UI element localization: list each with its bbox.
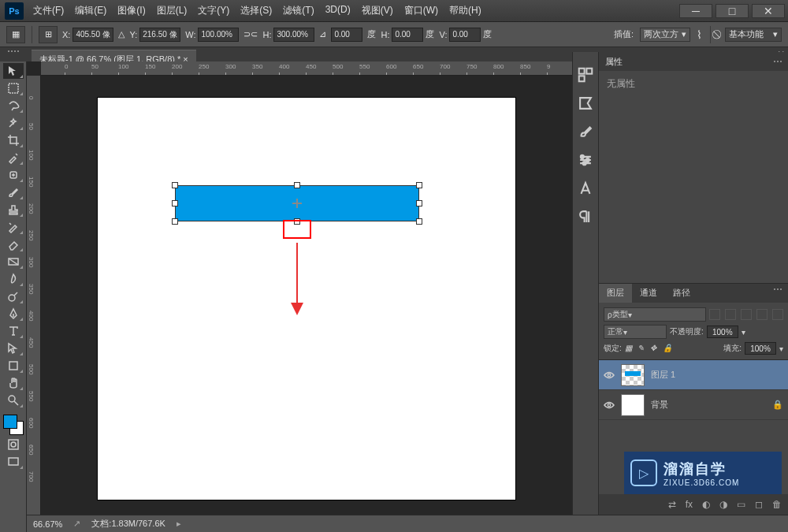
warp-icon[interactable]: ⌇ [697,28,702,41]
fx-icon[interactable]: fx [686,499,693,510]
zoom-popup-icon[interactable]: ↗ [73,519,80,529]
layers-tab[interactable]: 图层 [599,284,632,303]
lock-all-icon[interactable]: 🔒 [663,344,672,353]
handle-mid-right[interactable] [416,200,422,206]
handle-top-mid[interactable] [294,182,300,188]
transform-tool-icon[interactable]: ▦ [6,26,25,43]
layer-name[interactable]: 图层 1 [651,369,675,381]
menu-filter[interactable]: 滤镜(T) [283,4,314,17]
gradient-tool[interactable] [3,254,24,270]
layer-thumb[interactable] [621,364,645,386]
visibility-icon[interactable] [604,400,615,411]
x-input[interactable] [72,28,113,42]
eraser-tool[interactable] [3,236,24,252]
handle-mid-left[interactable] [172,200,178,206]
shape-tool[interactable] [3,358,24,374]
hskew-input[interactable] [392,28,423,42]
link-icon[interactable]: ⊃⊂ [243,29,258,39]
character-panel-icon[interactable] [577,180,594,197]
link-layers-icon[interactable]: ⇄ [668,499,676,510]
properties-header[interactable]: 属性 [599,52,788,71]
crop-tool[interactable] [3,132,24,148]
handle-bot-left[interactable] [172,218,178,225]
handle-top-left[interactable] [172,182,178,188]
workspace-dropdown[interactable]: 基本功能▾ [725,28,782,42]
group-icon[interactable]: ▭ [737,499,745,510]
close-button[interactable]: ✕ [752,4,785,18]
filter-kind-dropdown[interactable]: ρ 类型 ▾ [604,307,706,322]
mask-icon[interactable]: ◐ [702,499,710,510]
zoom-tool[interactable] [3,392,24,408]
pen-tool[interactable] [3,306,24,322]
brush-tool[interactable] [3,184,24,200]
transform-selection[interactable] [175,185,419,221]
paths-tab[interactable]: 路径 [665,284,698,303]
move-tool[interactable] [3,63,24,79]
quickmask-icon[interactable] [3,437,24,452]
menu-type[interactable]: 文字(Y) [198,4,229,17]
y-input[interactable] [139,28,180,42]
ruler-horizontal[interactable]: 0501001502002503003504004505005506006507… [41,61,572,76]
dodge-tool[interactable] [3,288,24,304]
lock-pixel-icon[interactable]: ✎ [637,344,647,353]
channels-tab[interactable]: 通道 [632,284,665,303]
menu-select[interactable]: 选择(S) [240,4,272,17]
path-tool[interactable] [3,340,24,356]
menu-edit[interactable]: 编辑(E) [75,4,106,17]
hand-tool[interactable] [3,375,24,391]
brush-panel-icon[interactable] [577,123,594,140]
toolbox-grip[interactable] [0,47,27,55]
status-popup-icon[interactable]: ▸ [177,519,181,529]
delta-icon[interactable]: △ [118,29,125,39]
screenmode-icon[interactable] [3,454,24,470]
layer-row[interactable]: 图层 1 [599,360,788,390]
blend-mode-dropdown[interactable]: 正常 ▾ [604,325,667,339]
heal-tool[interactable] [3,167,24,183]
layers-menu-icon[interactable] [774,288,782,303]
menu-window[interactable]: 窗口(W) [404,4,438,17]
fill-input[interactable] [745,342,776,355]
color-swatch[interactable] [3,415,24,435]
delete-icon[interactable]: 🗑 [772,499,782,510]
swatches-panel-icon[interactable] [577,95,594,112]
wand-tool[interactable] [3,115,24,131]
paragraph-panel-icon[interactable] [577,208,594,225]
minimize-button[interactable]: ─ [679,4,712,18]
ruler-vertical[interactable]: 0501001502002503003504004505005506006507… [27,76,41,515]
menu-3d[interactable]: 3D(D) [325,4,351,17]
filter-icons[interactable] [709,309,783,320]
menu-view[interactable]: 视图(V) [362,4,393,17]
menu-image[interactable]: 图像(I) [117,4,145,17]
marquee-tool[interactable] [3,80,24,96]
transform-center[interactable] [292,199,302,208]
h-input[interactable] [273,28,314,42]
rotation-input[interactable] [331,28,362,42]
eyedropper-tool[interactable] [3,150,24,166]
reference-point-icon[interactable]: ⊞ [39,26,58,43]
menu-help[interactable]: 帮助(H) [449,4,481,17]
maximize-button[interactable]: □ [716,4,749,18]
zoom-level[interactable]: 66.67% [33,519,62,529]
blur-tool[interactable] [3,271,24,287]
handle-bot-right[interactable] [416,218,422,225]
layer-thumb[interactable] [621,394,645,416]
canvas-viewport[interactable] [41,76,572,515]
layer-row[interactable]: 背景 🔒 [599,390,788,420]
menu-layer[interactable]: 图层(L) [157,4,188,17]
lock-pos-icon[interactable]: ✥ [650,344,660,353]
visibility-icon[interactable] [604,370,615,381]
lasso-tool[interactable] [3,98,24,113]
history-brush-tool[interactable] [3,219,24,235]
history-panel-icon[interactable] [577,66,594,84]
lock-trans-icon[interactable]: ▦ [625,344,634,353]
handle-top-right[interactable] [416,182,422,188]
new-layer-icon[interactable]: ◻ [755,499,763,510]
opacity-input[interactable] [707,326,738,338]
interp-dropdown[interactable]: 两次立方▾ [640,28,690,42]
adjustment-icon[interactable]: ◑ [719,499,727,510]
layer-name[interactable]: 背景 [651,399,668,411]
stamp-tool[interactable] [3,202,24,218]
vskew-input[interactable] [449,28,481,42]
menu-file[interactable]: 文件(F) [33,4,64,17]
type-tool[interactable] [3,323,24,339]
